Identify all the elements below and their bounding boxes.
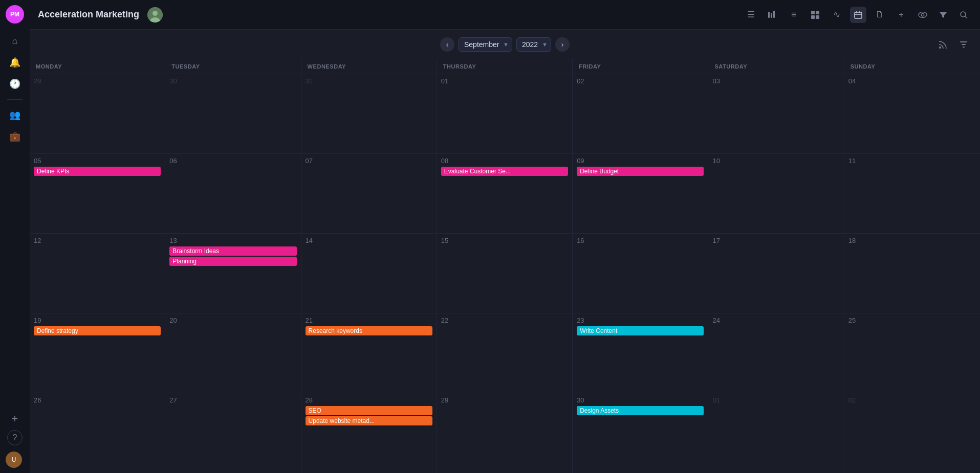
document-view-icon[interactable]: 🗋: [872, 7, 888, 23]
day-num-4-5: 01: [712, 396, 839, 404]
day-3-5[interactable]: 24: [708, 313, 844, 393]
calendar-header: MONDAY TUESDAY WEDNESDAY THURSDAY FRIDAY…: [30, 59, 980, 74]
day-0-6[interactable]: 04: [844, 74, 980, 153]
filter-icon[interactable]: [935, 7, 951, 23]
event-2-1-1[interactable]: Planning: [169, 257, 296, 266]
day-4-6[interactable]: 02: [844, 393, 980, 473]
day-num-2-0: 12: [34, 237, 161, 244]
event-4-4-0[interactable]: Design Assets: [577, 406, 704, 415]
settings-sliders-icon[interactable]: [955, 36, 972, 53]
day-1-5[interactable]: 10: [708, 154, 844, 233]
day-2-0[interactable]: 12: [30, 234, 165, 313]
week-5: 262728SEOUpdate website metad...2930Desi…: [30, 393, 980, 473]
add-view-button[interactable]: +: [893, 7, 909, 23]
day-4-1[interactable]: 27: [165, 393, 301, 473]
svg-rect-10: [855, 12, 862, 18]
sidebar-bottom: + ? U: [6, 410, 24, 468]
lines-view-icon[interactable]: ≡: [786, 7, 802, 23]
day-3-3[interactable]: 22: [437, 313, 573, 393]
day-num-3-4: 23: [577, 317, 704, 324]
svg-point-18: [939, 47, 941, 49]
sidebar-help[interactable]: ?: [7, 430, 23, 445]
event-3-0-0[interactable]: Define strategy: [34, 326, 161, 335]
day-3-6[interactable]: 25: [844, 313, 980, 393]
event-1-0-0[interactable]: Define KPIs: [34, 167, 161, 176]
day-4-5[interactable]: 01: [708, 393, 844, 473]
calendar: MONDAY TUESDAY WEDNESDAY THURSDAY FRIDAY…: [30, 59, 980, 473]
day-2-2[interactable]: 14: [301, 234, 437, 313]
day-num-4-0: 26: [34, 396, 161, 404]
month-select[interactable]: JanuaryFebruaryMarch AprilMayJune JulyAu…: [459, 37, 512, 52]
day-0-0[interactable]: 29: [30, 74, 165, 153]
sidebar-home[interactable]: ⌂: [6, 32, 24, 50]
event-3-4-0[interactable]: Write Content: [577, 326, 704, 335]
day-num-2-5: 17: [712, 237, 839, 244]
svg-rect-9: [816, 15, 819, 19]
day-num-1-3: 08: [441, 157, 568, 165]
day-1-1[interactable]: 06: [165, 154, 301, 233]
day-0-3[interactable]: 01: [437, 74, 573, 153]
user-avatar[interactable]: U: [6, 452, 22, 468]
day-num-1-5: 10: [712, 157, 839, 165]
sidebar-add[interactable]: +: [6, 410, 24, 428]
day-num-2-3: 15: [441, 237, 568, 244]
day-2-5[interactable]: 17: [708, 234, 844, 313]
day-4-0[interactable]: 26: [30, 393, 165, 473]
day-num-0-0: 29: [34, 77, 161, 85]
day-1-6[interactable]: 11: [844, 154, 980, 233]
week-1: 29303101020304: [30, 74, 980, 154]
prev-month-button[interactable]: ‹: [440, 37, 454, 52]
day-num-0-4: 02: [577, 77, 704, 85]
day-2-6[interactable]: 18: [844, 234, 980, 313]
bar-view-icon[interactable]: [764, 7, 780, 23]
sidebar-notifications[interactable]: 🔔: [6, 53, 24, 72]
sidebar-projects[interactable]: 💼: [6, 127, 24, 146]
day-2-1[interactable]: 13Brainstorm IdeasPlanning: [165, 234, 301, 313]
sidebar-team[interactable]: 👥: [6, 106, 24, 124]
day-0-4[interactable]: 02: [573, 74, 708, 153]
svg-rect-7: [816, 11, 819, 14]
day-4-2[interactable]: 28SEOUpdate website metad...: [301, 393, 437, 473]
day-1-2[interactable]: 07: [301, 154, 437, 233]
day-0-2[interactable]: 31: [301, 74, 437, 153]
calendar-view-icon[interactable]: [850, 7, 866, 23]
day-0-5[interactable]: 03: [708, 74, 844, 153]
wave-view-icon[interactable]: ∿: [829, 7, 845, 23]
event-1-3-0[interactable]: Evaluate Customer Se...: [441, 167, 568, 176]
project-avatar: [147, 7, 163, 22]
event-4-2-1[interactable]: Update website metad...: [306, 416, 432, 425]
feed-icon[interactable]: [935, 36, 951, 53]
next-month-button[interactable]: ›: [555, 37, 570, 52]
svg-point-1: [153, 11, 158, 16]
day-2-4[interactable]: 16: [573, 234, 708, 313]
table-view-icon[interactable]: [807, 7, 823, 23]
day-0-1[interactable]: 30: [165, 74, 301, 153]
day-num-2-6: 18: [848, 237, 976, 244]
header-sunday: SUNDAY: [844, 59, 980, 74]
app-logo[interactable]: PM: [6, 5, 24, 24]
header-thursday: THURSDAY: [437, 59, 573, 74]
day-3-4[interactable]: 23Write Content: [573, 313, 708, 393]
year-select[interactable]: 202020212022 20232024: [516, 37, 551, 52]
day-num-1-1: 06: [169, 157, 296, 165]
day-4-3[interactable]: 29: [437, 393, 573, 473]
day-2-3[interactable]: 15: [437, 234, 573, 313]
day-1-3[interactable]: 08Evaluate Customer Se...: [437, 154, 573, 233]
search-icon[interactable]: [955, 7, 972, 23]
day-4-4[interactable]: 30Design Assets: [573, 393, 708, 473]
event-4-2-0[interactable]: SEO: [306, 406, 432, 415]
sidebar-recent[interactable]: 🕐: [6, 75, 24, 93]
day-num-1-4: 09: [577, 157, 704, 165]
day-num-1-0: 05: [34, 157, 161, 165]
day-3-1[interactable]: 20: [165, 313, 301, 393]
list-view-icon[interactable]: ☰: [743, 7, 759, 23]
day-num-0-2: 31: [306, 77, 432, 85]
event-3-2-0[interactable]: Research keywords: [306, 326, 432, 335]
day-1-4[interactable]: 09Define Budget: [573, 154, 708, 233]
eye-icon[interactable]: [914, 7, 931, 23]
day-3-2[interactable]: 21Research keywords: [301, 313, 437, 393]
day-3-0[interactable]: 19Define strategy: [30, 313, 165, 393]
event-1-4-0[interactable]: Define Budget: [577, 167, 704, 176]
event-2-1-0[interactable]: Brainstorm Ideas: [169, 246, 296, 256]
day-1-0[interactable]: 05Define KPIs: [30, 154, 165, 233]
